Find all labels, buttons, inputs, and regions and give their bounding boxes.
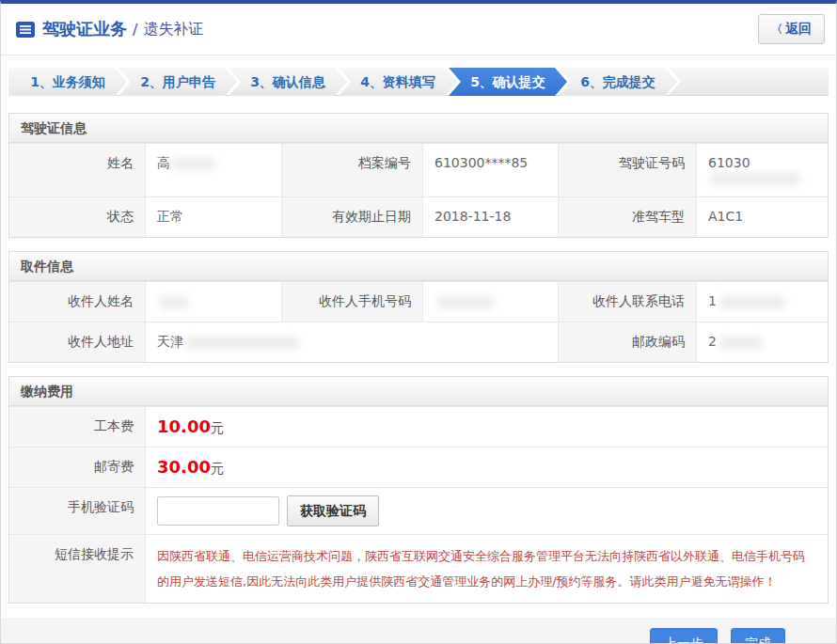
redacted-value-blur <box>437 296 494 308</box>
fee-section-title: 缴纳费用 <box>9 377 828 406</box>
redacted-value-blur <box>186 337 299 349</box>
footer-action-bar: 上一步 完成 <box>1 618 836 644</box>
step-bar-filler <box>669 68 829 95</box>
finish-button[interactable]: 完成 <box>731 628 785 644</box>
sms-code-cell: 获取验证码 <box>145 488 828 534</box>
pickup-info-section: 取件信息 收件人姓名 收件人手机号码 收件人联系电话 1 收件人地址 天津 邮政… <box>8 251 829 363</box>
postcode-label: 邮政编码 <box>559 322 696 362</box>
breadcrumb-current: 遗失补证 <box>143 20 203 39</box>
production-fee-value: 10.00元 <box>145 407 828 447</box>
table-row: 收件人地址 天津 邮政编码 2 <box>9 322 828 362</box>
redacted-value-blur <box>711 173 800 185</box>
step-tab-6[interactable]: 6、完成提交 <box>559 68 677 96</box>
file-no-label: 档案编号 <box>282 144 422 196</box>
status-label: 状态 <box>9 197 145 237</box>
vehicle-label: 准驾车型 <box>559 197 696 237</box>
table-row: 状态 正常 有效期止日期 2018-11-18 准驾车型 A1C1 <box>9 196 828 237</box>
recipient-name-value <box>145 282 282 322</box>
sms-notice-text: 因陕西省联通、电信运营商技术问题，陕西省互联网交通安全综合服务管理平台无法向持陕… <box>145 535 828 603</box>
step-tab-2[interactable]: 2、用户申告 <box>118 68 237 96</box>
license-no-value: 61030 <box>696 144 828 196</box>
table-row: 收件人姓名 收件人手机号码 收件人联系电话 1 <box>9 281 828 322</box>
back-chevron-icon: 〈 <box>771 23 782 36</box>
back-button-label: 返回 <box>785 21 812 36</box>
step-tab-3[interactable]: 3、确认信息 <box>229 68 347 96</box>
pickup-section-title: 取件信息 <box>9 252 828 281</box>
postcode-value: 2 <box>696 322 828 362</box>
expiry-label: 有效期止日期 <box>282 197 422 237</box>
sms-notice-label: 短信接收提示 <box>9 535 145 603</box>
production-fee-amount: 10.00 <box>157 416 211 436</box>
table-row: 姓名 高 档案编号 610300****85 驾驶证号码 61030 <box>9 143 828 196</box>
step-tab-1[interactable]: 1、业务须知 <box>8 68 127 96</box>
mailing-fee-label: 邮寄费 <box>9 448 145 487</box>
recipient-phone-label: 收件人联系电话 <box>559 282 696 322</box>
list-icon <box>16 22 35 38</box>
status-value: 正常 <box>145 197 282 237</box>
expiry-value: 2018-11-18 <box>422 197 559 237</box>
recipient-address-value: 天津 <box>145 322 559 362</box>
license-section-title: 驾驶证信息 <box>9 114 828 143</box>
recipient-address-label: 收件人地址 <box>9 322 145 362</box>
recipient-mobile-label: 收件人手机号码 <box>282 282 422 322</box>
recipient-phone-value: 1 <box>696 282 828 322</box>
get-code-button[interactable]: 获取验证码 <box>287 495 379 526</box>
vehicle-value: A1C1 <box>696 197 828 237</box>
license-no-label: 驾驶证号码 <box>559 144 696 196</box>
recipient-name-label: 收件人姓名 <box>9 282 145 322</box>
previous-step-button[interactable]: 上一步 <box>650 628 718 644</box>
table-row: 邮寄费 30.00元 <box>9 447 828 487</box>
redacted-value-blur <box>160 296 188 308</box>
step-tab-4[interactable]: 4、资料填写 <box>339 68 457 96</box>
redacted-value-blur <box>719 337 762 349</box>
redacted-value-blur <box>719 296 785 308</box>
mailing-fee-value: 30.00元 <box>145 448 828 487</box>
mailing-fee-amount: 30.00 <box>157 457 211 477</box>
table-row: 短信接收提示 因陕西省联通、电信运营商技术问题，陕西省互联网交通安全综合服务管理… <box>9 534 828 603</box>
table-row: 工本费 10.00元 <box>9 406 828 447</box>
sms-code-input[interactable] <box>157 496 279 526</box>
page-container: 驾驶证业务 / 遗失补证 〈返回 1、业务须知 2、用户申告 3、确认信息 4、… <box>0 0 837 644</box>
redacted-value-blur <box>173 158 215 170</box>
license-info-section: 驾驶证信息 姓名 高 档案编号 610300****85 驾驶证号码 61030… <box>8 113 829 238</box>
page-title: 驾驶证业务 <box>42 18 127 40</box>
page-header: 驾驶证业务 / 遗失补证 〈返回 <box>1 4 836 55</box>
recipient-mobile-value <box>422 282 559 322</box>
file-no-value: 610300****85 <box>422 144 559 196</box>
fee-unit: 元 <box>211 461 224 476</box>
name-value: 高 <box>145 144 282 196</box>
table-row: 手机验证码 获取验证码 <box>9 487 828 534</box>
fee-unit: 元 <box>211 420 224 435</box>
fee-section: 缴纳费用 工本费 10.00元 邮寄费 30.00元 手机验证码 获取验证码 短… <box>8 376 829 604</box>
production-fee-label: 工本费 <box>9 407 145 447</box>
back-button[interactable]: 〈返回 <box>758 14 825 44</box>
name-label: 姓名 <box>9 144 145 196</box>
breadcrumb-separator: / <box>133 21 137 39</box>
sms-code-label: 手机验证码 <box>9 488 145 534</box>
step-progress-bar: 1、业务须知 2、用户申告 3、确认信息 4、资料填写 5、确认提交 6、完成提… <box>8 68 829 96</box>
step-tab-5-active[interactable]: 5、确认提交 <box>449 68 567 96</box>
